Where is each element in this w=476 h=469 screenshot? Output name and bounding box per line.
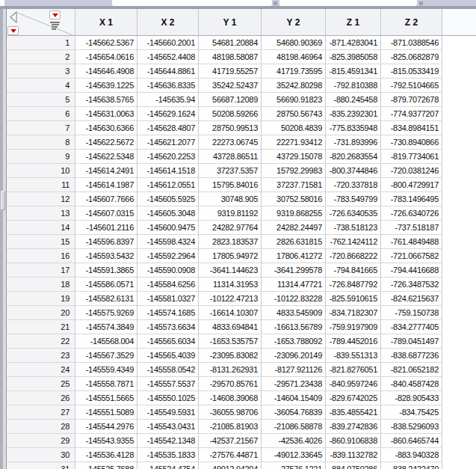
row-number[interactable]: 20 [7, 306, 75, 320]
data-cell[interactable]: -792.810388 [326, 79, 381, 93]
columns-red-triangle-button[interactable] [49, 10, 61, 19]
data-cell[interactable]: -834.2777405 [381, 320, 442, 334]
data-cell[interactable]: -145614.1987 [75, 178, 137, 192]
data-cell[interactable]: -21085.81903 [199, 420, 262, 434]
column-header-x2[interactable]: X 2 [137, 9, 199, 35]
data-cell[interactable]: -860.6465744 [381, 434, 442, 448]
data-cell[interactable]: -839.1132782 [326, 448, 381, 462]
row-number[interactable]: 9 [7, 150, 75, 164]
row-number[interactable]: 17 [7, 263, 75, 278]
splitter-handle[interactable] [1, 191, 5, 210]
data-cell[interactable]: -145592.2964 [137, 249, 199, 263]
data-cell[interactable]: -145557.5537 [137, 377, 199, 391]
data-cell[interactable]: -794.841665 [326, 263, 381, 278]
row-number[interactable]: 14 [7, 221, 75, 235]
data-cell[interactable]: -838.5296093 [381, 420, 442, 434]
column-header-x1[interactable]: X 1 [75, 9, 137, 35]
row-number[interactable]: 15 [7, 235, 75, 249]
data-cell[interactable]: -761.4849488 [381, 235, 442, 249]
data-cell[interactable]: -840.9597246 [326, 377, 381, 391]
data-cell[interactable]: -145600.9475 [137, 221, 199, 235]
data-cell[interactable]: -800.4729917 [381, 178, 442, 192]
row-number[interactable]: 28 [7, 420, 75, 434]
data-cell[interactable]: 4833.694841 [199, 320, 262, 334]
row-number[interactable]: 22 [7, 334, 75, 349]
data-cell[interactable]: 43729.15078 [262, 150, 326, 164]
data-cell[interactable]: -819.7734061 [381, 150, 442, 164]
data-cell[interactable]: -821.8276051 [326, 363, 381, 377]
data-cell[interactable]: -145574.1685 [137, 306, 199, 320]
data-cell[interactable]: -145629.1624 [137, 107, 199, 121]
data-cell[interactable]: -29570.85761 [199, 377, 262, 391]
data-cell[interactable]: -145654.0616 [75, 50, 137, 64]
data-cell[interactable]: -145524.4754 [137, 462, 199, 469]
data-cell[interactable]: 11314.31953 [199, 278, 262, 292]
panel-splitter[interactable] [0, 9, 7, 469]
data-cell[interactable]: -145621.2077 [137, 135, 199, 150]
row-number[interactable]: 30 [7, 448, 75, 462]
row-number[interactable]: 2 [7, 50, 75, 64]
row-number[interactable]: 6 [7, 107, 75, 121]
data-cell[interactable]: -145544.2976 [75, 420, 137, 434]
data-cell[interactable]: -36054.76839 [262, 405, 326, 420]
data-cell[interactable]: -145614.2491 [75, 164, 137, 178]
data-cell[interactable]: -145574.3849 [75, 320, 137, 334]
data-cell[interactable]: -145639.1225 [75, 79, 137, 93]
table-corner[interactable] [7, 9, 75, 35]
data-cell[interactable]: -783.549799 [326, 192, 381, 206]
data-cell[interactable]: -145646.4908 [75, 64, 137, 79]
data-cell[interactable]: -145620.2253 [137, 150, 199, 164]
data-cell[interactable]: -145607.0315 [75, 206, 137, 221]
data-cell[interactable]: 50208.4839 [262, 121, 326, 135]
data-cell[interactable]: -145628.4807 [137, 121, 199, 135]
data-cell[interactable]: -879.7072678 [381, 93, 442, 107]
data-cell[interactable]: -871.0388546 [381, 36, 442, 50]
data-cell[interactable]: -880.245458 [326, 93, 381, 107]
data-cell[interactable]: -825.0682879 [381, 50, 442, 64]
data-cell[interactable]: -3641.144623 [199, 263, 262, 278]
data-cell[interactable]: -145582.6131 [75, 292, 137, 306]
data-cell[interactable]: 43728.86511 [199, 150, 262, 164]
data-cell[interactable]: -1653.535757 [199, 334, 262, 349]
data-cell[interactable]: -884.0750286 [326, 462, 381, 469]
data-cell[interactable]: -145591.3865 [75, 263, 137, 278]
data-cell[interactable]: -49012.33645 [262, 448, 326, 462]
data-cell[interactable]: -737.518187 [381, 221, 442, 235]
data-cell[interactable]: -825.3985058 [326, 50, 381, 64]
data-cell[interactable]: -8131.262931 [199, 363, 262, 377]
data-cell[interactable]: -145636.8335 [137, 79, 199, 93]
data-cell[interactable]: -145551.5665 [75, 391, 137, 405]
row-number[interactable]: 21 [7, 320, 75, 334]
data-cell[interactable]: -145567.3529 [75, 349, 137, 363]
row-number[interactable]: 29 [7, 434, 75, 448]
data-cell[interactable]: -1653.788092 [262, 334, 326, 349]
data-cell[interactable]: -145584.6256 [137, 278, 199, 292]
data-cell[interactable]: -800.3744846 [326, 164, 381, 178]
data-cell[interactable]: -145631.0063 [75, 107, 137, 121]
data-cell[interactable]: -834.8984151 [381, 121, 442, 135]
data-cell[interactable]: -36055.98706 [199, 405, 262, 420]
data-cell[interactable]: -789.4452016 [326, 334, 381, 349]
data-cell[interactable]: -16613.56789 [262, 320, 326, 334]
data-cell[interactable]: 37237.71581 [262, 178, 326, 192]
data-cell[interactable]: -145614.1518 [137, 164, 199, 178]
column-header-z1[interactable]: Z 1 [326, 9, 381, 35]
columns-list-icon[interactable] [50, 22, 62, 31]
data-cell[interactable]: -824.6215637 [381, 292, 442, 306]
column-header-y1[interactable]: Y 1 [199, 9, 262, 35]
data-cell[interactable]: -825.5910615 [326, 292, 381, 306]
column-header-z2[interactable]: Z 2 [381, 9, 442, 35]
data-cell[interactable]: 41719.73595 [262, 64, 326, 79]
row-number[interactable]: 4 [7, 79, 75, 93]
disclosure-triangle-icon[interactable] [9, 11, 18, 23]
row-number[interactable]: 5 [7, 93, 75, 107]
row-number[interactable]: 12 [7, 192, 75, 206]
data-cell[interactable]: -820.2683554 [326, 150, 381, 164]
data-cell[interactable]: 9319.868255 [262, 206, 326, 221]
data-cell[interactable]: 15792.29983 [262, 164, 326, 178]
data-cell[interactable]: -815.0533419 [381, 64, 442, 79]
data-cell[interactable]: 30748.905 [199, 192, 262, 206]
data-cell[interactable]: -145622.5348 [75, 150, 137, 164]
data-cell[interactable]: 4833.545909 [262, 306, 326, 320]
data-cell[interactable]: -145565.4039 [137, 349, 199, 363]
